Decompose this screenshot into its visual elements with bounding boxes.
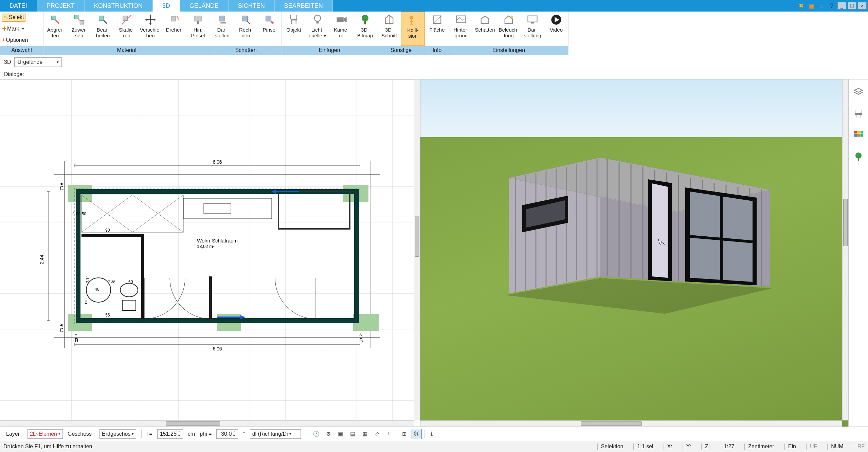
svg-rect-123 — [858, 158, 859, 161]
svg-text:◂: ◂ — [60, 322, 62, 328]
btn-beleuchtung[interactable]: Beleuch- tung — [497, 12, 521, 46]
btn-kollision[interactable]: Kolli- sion — [401, 12, 425, 46]
svg-text:13,02 m²: 13,02 m² — [197, 244, 215, 249]
menu-bar: DATEI PROJEKT KONSTRUKTION 3D GELÄNDE SI… — [0, 0, 868, 12]
palette-furniture-icon[interactable] — [852, 107, 865, 120]
calc-shadow-icon — [240, 14, 252, 26]
cube-icon[interactable]: ▣ — [336, 429, 346, 439]
btn-hinpinsel[interactable]: Hin. Pinsel — [186, 12, 210, 46]
svg-text:55: 55 — [105, 313, 110, 318]
btn-schatten-settings[interactable]: Schatten — [473, 12, 497, 46]
palette-tree-icon[interactable] — [852, 150, 865, 164]
grid-icon[interactable]: ⊞ — [399, 429, 410, 439]
edit-material-icon — [97, 14, 109, 26]
btn-3dschnitt[interactable]: 3D- Schnitt — [377, 12, 401, 46]
menu-konstruktion[interactable]: KONSTRUKTION — [85, 0, 152, 12]
palette-swatches-icon[interactable] — [852, 128, 865, 142]
shadow-brush-icon — [264, 14, 276, 26]
svg-text:7.38: 7.38 — [108, 280, 115, 284]
gear-icon[interactable]: ⚙ — [323, 429, 333, 439]
optionen-button[interactable]: +Optionen — [2, 37, 28, 43]
window-minimize[interactable]: _ — [837, 2, 846, 10]
btn-hintergrund[interactable]: Hinter- grund — [449, 12, 473, 46]
btn-darstellen[interactable]: Dar- stellen — [210, 12, 234, 46]
hatch-icon[interactable]: ▦ — [360, 429, 370, 439]
svg-rect-2 — [80, 20, 84, 24]
home-icon[interactable]: ⌂ — [817, 1, 826, 10]
stack-icon[interactable]: ≋ — [384, 429, 395, 439]
tools-icon[interactable]: ✖ — [797, 1, 806, 10]
clock-icon[interactable]: 🕑 — [311, 429, 321, 439]
svg-rect-52 — [278, 192, 350, 229]
btn-3dbitmap[interactable]: 3D- Bitmap — [353, 12, 377, 46]
svg-text:60: 60 — [128, 279, 133, 284]
btn-zuweisen[interactable]: Zuwei- sen — [67, 12, 91, 46]
menu-datei[interactable]: DATEI — [0, 0, 37, 12]
help-icon[interactable]: ? — [827, 1, 836, 10]
cm-label: cm — [188, 431, 195, 437]
background-icon — [455, 14, 467, 26]
svg-rect-1 — [75, 15, 78, 19]
window-close[interactable]: × — [858, 2, 867, 10]
btn-kamera[interactable]: Kame- ra — [329, 12, 353, 46]
camera-icon — [335, 14, 347, 26]
svg-text:▵: ▵ — [359, 331, 362, 337]
l-input[interactable]: 151,25▴▾ — [157, 429, 183, 439]
svg-rect-10 — [242, 16, 248, 21]
layers2-icon[interactable]: ▤ — [348, 429, 358, 439]
btn-objekt[interactable]: Objekt — [282, 12, 306, 46]
geschoss-select[interactable]: Erdgeschos▾ — [100, 429, 137, 439]
btn-pinsel[interactable]: Pinsel — [258, 12, 282, 46]
btn-skalieren[interactable]: Skalie- ren — [115, 12, 139, 46]
scrollbar-horizontal-2d[interactable] — [0, 420, 414, 427]
assign-icon — [73, 14, 85, 26]
scrollbar-horizontal-3d[interactable] — [420, 420, 842, 427]
btn-video[interactable]: Video — [544, 12, 568, 46]
svg-rect-48 — [122, 300, 136, 310]
layer-dropdown[interactable]: Urgelände▾ — [14, 57, 62, 67]
svg-rect-23 — [531, 22, 534, 24]
menu-projekt[interactable]: PROJEKT — [37, 0, 85, 12]
btn-lichtquelle[interactable]: Licht- quelle ▾ — [306, 12, 329, 46]
btn-drehen[interactable]: Drehen — [162, 12, 186, 46]
btn-flaeche[interactable]: Fläche — [425, 12, 449, 46]
selekt-button[interactable]: ↖Selekt — [2, 13, 25, 22]
svg-text:2: 2 — [85, 300, 87, 305]
svg-rect-115 — [855, 113, 862, 115]
svg-rect-41 — [78, 192, 357, 321]
l-label: l = — [146, 431, 152, 437]
menu-gelaende[interactable]: GELÄNDE — [180, 0, 229, 12]
view-3d[interactable] — [420, 79, 848, 427]
palette-layers-icon[interactable] — [852, 85, 865, 98]
status-ratio2: 1:27 — [720, 444, 734, 450]
scrollbar-vertical-3d[interactable] — [842, 79, 848, 420]
svg-rect-5 — [171, 17, 176, 21]
layer-select[interactable]: 2D-Elemen▾ — [28, 429, 63, 439]
mark-dropdown[interactable]: ✚Mark.▾ — [2, 25, 24, 32]
group-title-info: Info — [425, 46, 449, 55]
btn-darstellung[interactable]: Dar- stellung — [521, 12, 544, 46]
box-icon[interactable]: ▣ — [807, 1, 816, 10]
btn-rechnen[interactable]: Rech- nen — [234, 12, 258, 46]
window-restore[interactable]: ❐ — [848, 2, 856, 10]
rotate-icon — [168, 14, 180, 26]
btn-verschieben[interactable]: Verschie- ben — [139, 12, 162, 46]
display-icon — [526, 14, 539, 26]
svg-rect-117 — [857, 131, 860, 133]
svg-rect-9 — [221, 22, 226, 24]
menu-sichten[interactable]: SICHTEN — [229, 0, 275, 12]
info-icon[interactable]: ℹ — [427, 429, 437, 439]
menu-bearbeiten[interactable]: BEARBEITEN — [275, 0, 333, 12]
north-icon[interactable]: Ⓝ — [412, 429, 422, 439]
phi-input[interactable]: 30,0▴▾ — [216, 429, 238, 439]
diamond-icon[interactable]: ◇ — [372, 429, 382, 439]
btn-bearbeiten[interactable]: Bear- beiten — [91, 12, 115, 46]
view-2d[interactable]: 6.06 6.06 2.44 — [0, 79, 420, 427]
dl-select[interactable]: dl (Richtung/Di▾ — [250, 429, 301, 439]
btn-abgreifen[interactable]: Abgrei- fen — [43, 12, 67, 46]
menu-3d[interactable]: 3D — [152, 0, 180, 12]
deg-label: ° — [243, 431, 245, 437]
svg-text:40: 40 — [95, 287, 100, 292]
bottom-icon-row: 🕑 ⚙ ▣ ▤ ▦ ◇ ≋ ⊞ Ⓝ ℹ — [311, 429, 437, 439]
scrollbar-vertical-2d[interactable] — [414, 79, 420, 420]
